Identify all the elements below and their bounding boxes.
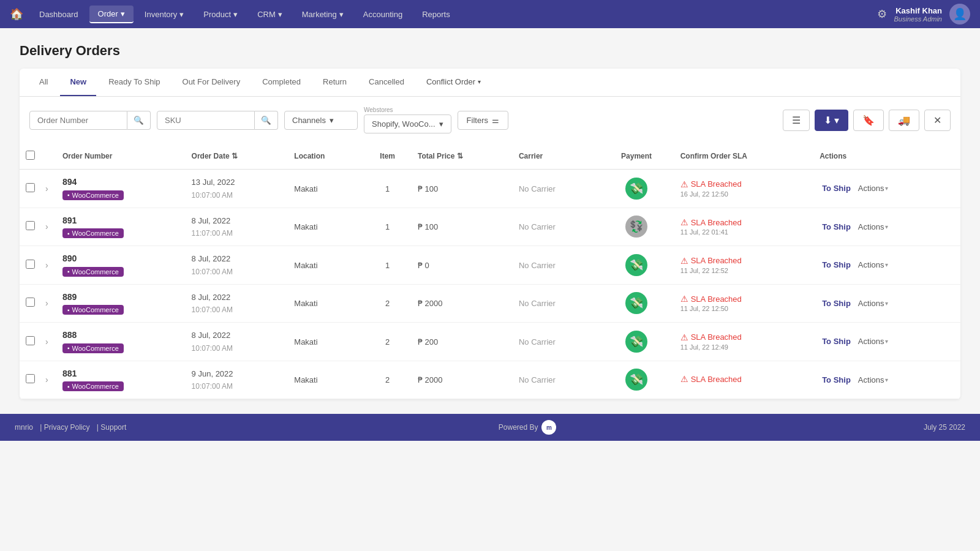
footer-privacy-link[interactable]: Privacy Policy — [44, 423, 90, 432]
sla-warning-icon-881: ⚠ — [680, 374, 688, 384]
row-payment-888: 💸 — [599, 323, 674, 361]
tab-conflict-order[interactable]: Conflict Order ▾ — [417, 69, 491, 96]
row-expand-891[interactable]: › — [42, 208, 56, 246]
row-time-891: 11:07:00 AM — [186, 228, 288, 246]
row-order-id-891: 891 — [56, 208, 186, 228]
footer-links: mnrio | Privacy Policy | Support — [15, 423, 131, 432]
list-view-button[interactable]: ☰ — [783, 110, 810, 131]
tab-new[interactable]: New — [60, 69, 96, 96]
settings-icon[interactable]: ⚙ — [877, 7, 887, 21]
clear-button[interactable]: ✕ — [924, 110, 951, 131]
filters-button[interactable]: Filters ⚌ — [458, 111, 508, 130]
sla-badge-891: ⚠ SLA Breached — [680, 217, 807, 227]
tab-cancelled[interactable]: Cancelled — [359, 69, 414, 96]
tab-all[interactable]: All — [29, 69, 58, 96]
actions-dropdown-button-888[interactable]: Actions ▾ — [856, 337, 891, 346]
nav-crm[interactable]: CRM ▾ — [249, 6, 291, 23]
nav-product[interactable]: Product ▾ — [195, 6, 246, 23]
row-time-888: 10:07:00 AM — [186, 342, 288, 361]
row-actions-cell-881: To Ship Actions ▾ — [813, 361, 960, 399]
nav-product-label: Product — [203, 10, 231, 19]
home-icon[interactable]: 🏠 — [10, 7, 23, 21]
row-checkbox-881[interactable] — [26, 374, 35, 383]
row-checkbox-cell — [20, 361, 42, 399]
row-checkbox-891[interactable] — [26, 221, 35, 230]
row-expand-889[interactable]: › — [42, 284, 56, 323]
row-expand-888[interactable]: › — [42, 323, 56, 361]
payment-icon-894: 💸 — [625, 178, 647, 200]
footer-support-link[interactable]: Support — [100, 423, 126, 432]
row-channel-891: ▪ WooCommerce — [56, 228, 186, 246]
nav-marketing[interactable]: Marketing ▾ — [293, 6, 352, 23]
row-location-891: Makati — [288, 208, 363, 246]
row-sla-890: ⚠ SLA Breached 11 Jul, 22 12:52 — [674, 246, 813, 285]
row-location-890: Makati — [288, 246, 363, 285]
row-items-891: 1 — [363, 208, 412, 246]
nav-dashboard[interactable]: Dashboard — [31, 6, 87, 23]
header-item: Item — [363, 143, 412, 170]
row-checkbox-890[interactable] — [26, 260, 35, 269]
row-channel-894: ▪ WooCommerce — [56, 189, 186, 208]
sku-input[interactable] — [157, 111, 255, 130]
row-carrier-881: No Carrier — [513, 361, 599, 399]
row-expand-890[interactable]: › — [42, 246, 56, 285]
page-title: Delivery Orders — [20, 43, 960, 59]
row-time-881: 10:07:00 AM — [186, 381, 288, 399]
order-number-input[interactable] — [29, 111, 127, 130]
row-order-id-890: 890 — [56, 246, 186, 266]
actions-group-889: To Ship Actions ▾ — [820, 299, 954, 308]
footer-mnrio-link[interactable]: mnrio — [15, 423, 33, 432]
row-order-id-888: 888 — [56, 323, 186, 343]
row-actions-cell-888: To Ship Actions ▾ — [813, 323, 960, 361]
row-checkbox-888[interactable] — [26, 336, 35, 345]
to-ship-button-890[interactable]: To Ship — [820, 260, 853, 269]
tab-return[interactable]: Return — [313, 69, 356, 96]
select-all-checkbox[interactable] — [26, 151, 35, 160]
order-number-search-button[interactable]: 🔍 — [127, 111, 151, 130]
channels-dropdown[interactable]: Channels ▾ — [284, 111, 358, 130]
nav-order[interactable]: Order ▾ — [89, 6, 134, 23]
tab-out-for-delivery[interactable]: Out For Delivery — [173, 69, 251, 96]
sla-badge-889: ⚠ SLA Breached — [680, 294, 807, 304]
row-checkbox-cell — [20, 170, 42, 208]
actions-dropdown-button-891[interactable]: Actions ▾ — [856, 222, 891, 231]
actions-dropdown-button-889[interactable]: Actions ▾ — [856, 299, 891, 308]
nav-order-label: Order — [98, 9, 118, 18]
actions-caret-icon-891: ▾ — [885, 223, 888, 230]
to-ship-button-881[interactable]: To Ship — [820, 375, 853, 384]
download-button[interactable]: ⬇ ▾ — [815, 110, 848, 131]
to-ship-button-894[interactable]: To Ship — [820, 184, 853, 193]
row-checkbox-889[interactable] — [26, 298, 35, 307]
actions-dropdown-button-881[interactable]: Actions ▾ — [856, 375, 891, 384]
row-carrier-890: No Carrier — [513, 246, 599, 285]
row-time-894: 10:07:00 AM — [186, 189, 288, 208]
to-ship-button-889[interactable]: To Ship — [820, 299, 853, 308]
tab-ready-to-ship[interactable]: Ready To Ship — [99, 69, 170, 96]
tab-completed[interactable]: Completed — [252, 69, 311, 96]
channel-icon-881: ▪ — [67, 383, 70, 390]
actions-dropdown-button-890[interactable]: Actions ▾ — [856, 260, 891, 269]
delivery-button[interactable]: 🚚 — [889, 110, 919, 131]
footer-powered: Powered By m — [499, 420, 557, 435]
webstores-value: Shopify, WooCo... — [372, 119, 435, 129]
to-ship-button-891[interactable]: To Ship — [820, 222, 853, 231]
webstores-dropdown[interactable]: Shopify, WooCo... ▾ — [364, 114, 451, 133]
avatar[interactable]: 👤 — [949, 4, 970, 24]
actions-dropdown-button-894[interactable]: Actions ▾ — [856, 184, 891, 193]
row-expand-881[interactable]: › — [42, 361, 56, 399]
nav-inventory[interactable]: Inventory ▾ — [136, 6, 192, 23]
sla-date-889: 11 Jul, 22 12:50 — [680, 305, 807, 312]
nav-accounting[interactable]: Accounting — [355, 6, 411, 23]
user-name: Kashif Khan — [894, 6, 942, 15]
save-view-button[interactable]: 🔖 — [853, 110, 884, 131]
sla-date-894: 16 Jul, 22 12:50 — [680, 190, 807, 198]
row-expand-894[interactable]: › — [42, 170, 56, 208]
sku-search-button[interactable]: 🔍 — [255, 111, 278, 130]
row-time-889: 10:07:00 AM — [186, 304, 288, 323]
to-ship-button-888[interactable]: To Ship — [820, 337, 853, 346]
payment-icon-888: 💸 — [625, 331, 647, 353]
marketing-dropdown-icon: ▾ — [339, 10, 344, 19]
row-checkbox-894[interactable] — [26, 183, 35, 192]
nav-reports[interactable]: Reports — [413, 6, 459, 23]
row-date-889: 8 Jul, 2022 — [186, 284, 288, 304]
